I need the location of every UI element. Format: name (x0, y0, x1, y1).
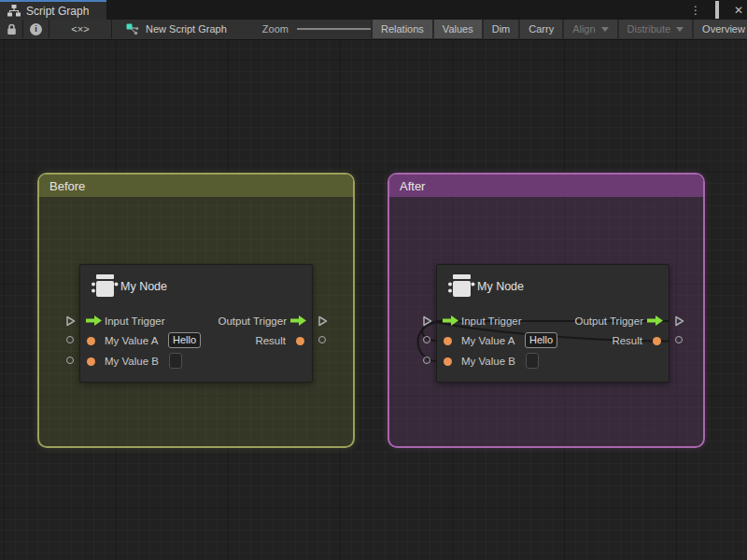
toggle-label: Align (572, 23, 595, 35)
group-label: After (400, 179, 425, 193)
external-value-input-port[interactable] (66, 336, 74, 343)
port-label: Output Trigger (218, 315, 287, 327)
visual-scripting-window: Script Graph ⋮ ✕ i <×> (0, 0, 747, 560)
node-title: My Node (120, 280, 167, 293)
group-label: Before (49, 179, 85, 193)
info-button[interactable]: i (23, 20, 49, 38)
breadcrumb[interactable]: New Script Graph (112, 20, 240, 38)
external-control-output-port[interactable] (317, 315, 328, 327)
control-output-port-icon[interactable] (290, 315, 306, 326)
graph-toolbar: i <×> New Script Graph Zoom (0, 20, 747, 40)
chevron-down-icon (676, 27, 684, 32)
external-value-output-port[interactable] (318, 336, 326, 343)
toggle-label: Relations (381, 23, 424, 35)
port-label: Input Trigger (105, 315, 165, 327)
group-before-header[interactable]: Before (39, 175, 353, 197)
port-label: My Value A (105, 335, 158, 346)
toggle-relations[interactable]: Relations (371, 20, 432, 38)
value-input-port[interactable] (444, 357, 452, 366)
port-label: My Value B (461, 356, 515, 367)
node-my-node-before[interactable]: My Node Input Trigger Output Trigger My … (64, 264, 330, 383)
external-control-input-port[interactable] (422, 315, 432, 327)
window-menu-icon[interactable]: ⋮ (689, 4, 702, 17)
tab-bar: Script Graph ⋮ ✕ (0, 0, 747, 20)
toggle-label: Overview (702, 23, 745, 35)
value-input-port[interactable] (444, 337, 452, 345)
toolbar-toggles: Relations Values Dim Carry Align Distrib… (371, 20, 747, 38)
toggle-label: Dim (492, 23, 511, 35)
port-label: Input Trigger (461, 315, 522, 327)
control-input-port-icon[interactable] (443, 315, 458, 326)
value-output-port[interactable] (653, 337, 661, 345)
port-label: Output Trigger (574, 315, 643, 327)
tab-script-graph[interactable]: Script Graph (0, 0, 106, 20)
script-graph-icon (126, 23, 139, 35)
code-preview-button[interactable]: <×> (49, 20, 111, 38)
dropdown-distribute[interactable]: Distribute (617, 20, 692, 38)
group-after-header[interactable]: After (389, 175, 703, 197)
toggle-carry[interactable]: Carry (518, 20, 562, 38)
toggle-label: Values (443, 23, 473, 35)
external-control-input-port[interactable] (65, 315, 76, 327)
value-input-port[interactable] (87, 357, 95, 366)
value-a-input-field[interactable]: Hello (525, 332, 557, 348)
lock-button[interactable] (0, 20, 22, 38)
toggle-values[interactable]: Values (432, 20, 482, 38)
node-my-node-after[interactable]: My Node Input Trigger Output Trigger My … (421, 264, 686, 383)
port-label: My Value A (461, 335, 514, 346)
code-icon: <×> (71, 23, 89, 35)
window-controls: ⋮ ✕ (689, 0, 745, 20)
external-control-output-port[interactable] (674, 315, 684, 327)
dropdown-align[interactable]: Align (562, 20, 616, 38)
unit-node-icon (91, 273, 119, 299)
tab-label: Script Graph (26, 5, 89, 18)
zoom-label: Zoom (262, 23, 289, 35)
control-output-port-icon[interactable] (647, 315, 663, 326)
unit-node-icon (447, 273, 475, 299)
graph-canvas[interactable]: Before After My Node (0, 40, 747, 560)
toggle-label: Distribute (627, 23, 670, 35)
value-b-input-field[interactable] (526, 353, 539, 369)
value-b-input-field[interactable] (169, 353, 182, 369)
node-title: My Node (477, 280, 524, 293)
external-value-input-port[interactable] (66, 357, 74, 364)
external-value-output-port[interactable] (675, 336, 683, 343)
breadcrumb-label: New Script Graph (146, 23, 227, 35)
close-icon[interactable]: ✕ (732, 4, 745, 17)
port-label: My Value B (105, 356, 159, 367)
value-input-port[interactable] (87, 337, 95, 345)
value-a-input-field[interactable]: Hello (168, 332, 201, 348)
control-input-port-icon[interactable] (86, 315, 102, 326)
port-label: Result (255, 335, 286, 346)
value-output-port[interactable] (296, 337, 304, 345)
graph-hierarchy-icon (7, 5, 21, 17)
lock-icon (7, 23, 17, 35)
button-overview[interactable]: Overview (692, 20, 747, 38)
toggle-label: Carry (529, 23, 554, 35)
chevron-down-icon (601, 27, 609, 32)
external-value-input-port[interactable] (423, 336, 430, 343)
port-label: Result (612, 335, 642, 346)
external-value-input-port[interactable] (423, 357, 430, 364)
toggle-dim[interactable]: Dim (482, 20, 519, 38)
info-icon: i (30, 23, 42, 35)
maximize-icon[interactable] (711, 4, 724, 17)
